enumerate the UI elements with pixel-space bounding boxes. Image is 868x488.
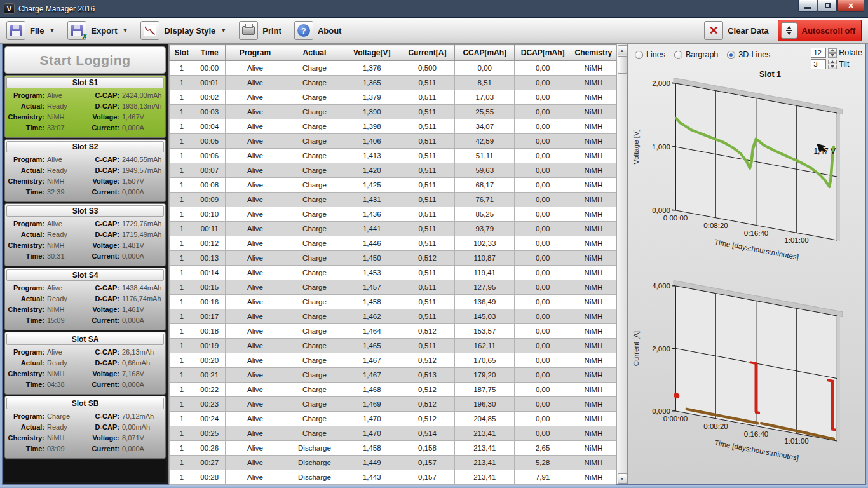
- slot-header-button[interactable]: Slot S4: [6, 269, 164, 281]
- spin-down-button[interactable]: [828, 53, 837, 58]
- chemistry-value: NiMH: [44, 240, 83, 251]
- table-cell: NiMH: [571, 353, 616, 368]
- spin-up-button[interactable]: [828, 48, 837, 53]
- export-menu-button[interactable]: ✗ Export ▼: [67, 21, 128, 40]
- table-cell: 00:21: [194, 368, 225, 383]
- maximize-button[interactable]: [818, 0, 837, 12]
- table-cell: NiMH: [571, 280, 616, 295]
- table-cell: Charge: [285, 178, 344, 193]
- voltage-label: Voltage:: [83, 433, 119, 444]
- table-row: 100:14AliveCharge1,4530,511119,410,00NiM…: [170, 266, 616, 280]
- table-cell: 1: [170, 193, 194, 207]
- print-button[interactable]: Print: [239, 21, 281, 40]
- table-row: 100:26AliveDischarge1,4580,158213,412,65…: [170, 441, 616, 456]
- table-cell: Charge: [285, 61, 344, 76]
- file-menu-button[interactable]: File ▼: [6, 21, 55, 40]
- current-spike-foot: [755, 412, 760, 412]
- slot-header-button[interactable]: Slot S3: [6, 205, 164, 217]
- scrollbar-thumb[interactable]: [618, 56, 627, 74]
- table-cell: NiMH: [571, 295, 616, 309]
- spin-down-button[interactable]: [828, 65, 837, 69]
- table-cell: 0,512: [400, 324, 454, 339]
- program-label: Program:: [6, 347, 44, 358]
- table-cell: 00:15: [194, 280, 225, 295]
- slot-header-button[interactable]: Slot S1: [6, 77, 164, 88]
- tilt-label: Tilt: [839, 60, 849, 69]
- column-header[interactable]: CCAP[mAh]: [455, 45, 515, 61]
- table-cell: Charge: [285, 163, 344, 178]
- tilt-input[interactable]: 3: [811, 59, 826, 69]
- table-cell: Charge: [285, 149, 344, 163]
- table-cell: Alive: [225, 383, 285, 397]
- chemistry-label: Chemistry:: [6, 304, 44, 315]
- table-cell: 0,00: [515, 178, 571, 193]
- column-header[interactable]: Chemistry: [571, 45, 616, 61]
- toolbar: File ▼ ✗ Export ▼ Display Style ▼ Print …: [0, 18, 868, 44]
- program-value: Alive: [44, 90, 83, 101]
- current-label: Current:: [83, 315, 119, 326]
- current-value: 0,000A: [119, 315, 162, 326]
- table-cell: NiMH: [571, 383, 616, 397]
- scroll-up-button[interactable]: ▲: [618, 45, 627, 55]
- table-cell: 00:24: [194, 412, 225, 426]
- sidebar-empty-area: [4, 460, 166, 482]
- table-row: 100:23AliveCharge1,4690,512196,300,00NiM…: [170, 397, 616, 412]
- chemistry-label: Chemistry:: [6, 240, 44, 251]
- x-tick-label: 0:16:40: [744, 430, 768, 438]
- table-cell: 153,57: [455, 324, 515, 339]
- radio-label: 3D-Lines: [738, 50, 770, 59]
- table-cell: Charge: [285, 236, 344, 251]
- ccap-value: 70,12mAh: [119, 411, 162, 422]
- table-cell: NiMH: [571, 251, 616, 266]
- column-header[interactable]: Voltage[V]: [344, 45, 400, 61]
- column-header[interactable]: Time: [194, 45, 225, 61]
- rotate-input[interactable]: 12: [811, 48, 826, 58]
- table-cell: Charge: [285, 193, 344, 207]
- table-row: 100:09AliveCharge1,4310,51176,710,00NiMH: [170, 193, 616, 207]
- table-cell: 1,406: [344, 134, 400, 149]
- table-cell: 119,41: [455, 266, 515, 280]
- chart-mode-radio[interactable]: Lines: [635, 50, 665, 59]
- file-label: File: [30, 26, 44, 36]
- table-row: 100:07AliveCharge1,4200,51159,630,00NiMH: [170, 163, 616, 178]
- table-cell: Alive: [225, 222, 285, 236]
- column-header[interactable]: Actual: [285, 45, 344, 61]
- table-cell: 196,30: [455, 397, 515, 412]
- column-header[interactable]: DCAP[mAh]: [515, 45, 571, 61]
- clear-data-button[interactable]: ✕ Clear Data: [704, 21, 768, 40]
- scroll-down-button[interactable]: ▼: [618, 473, 627, 484]
- column-header[interactable]: Current[A]: [400, 45, 454, 61]
- table-cell: 00:16: [194, 295, 225, 309]
- close-button[interactable]: ✕: [837, 0, 864, 12]
- table-cell: NiMH: [571, 207, 616, 222]
- table-cell: 00:18: [194, 324, 225, 339]
- dcap-value: 1715,49mAh: [119, 229, 162, 240]
- table-cell: 25,55: [455, 105, 515, 119]
- start-logging-button[interactable]: Start Logging: [4, 46, 166, 74]
- spin-up-button[interactable]: [828, 60, 837, 64]
- table-cell: 00:02: [194, 90, 225, 105]
- current-label: Current:: [83, 444, 119, 454]
- chart-panel: Lines Bargraph 3D-Lines: [627, 44, 865, 484]
- table-cell: 1: [170, 236, 194, 251]
- about-button[interactable]: ? About: [294, 21, 342, 40]
- autoscroll-toggle-button[interactable]: Autoscroll off: [778, 20, 862, 41]
- table-cell: 1: [170, 163, 194, 178]
- table-cell: Alive: [225, 295, 285, 309]
- chart-mode-radio[interactable]: Bargraph: [674, 50, 718, 59]
- display-style-menu-button[interactable]: Display Style ▼: [140, 21, 226, 40]
- display-style-label: Display Style: [164, 26, 215, 36]
- slot-header-button[interactable]: Slot SA: [6, 334, 164, 345]
- slot-header-button[interactable]: Slot SB: [6, 398, 164, 409]
- ccap-value: 2440,55mAh: [119, 154, 162, 165]
- chart-mode-radio[interactable]: 3D-Lines: [727, 50, 770, 59]
- table-cell: 00:10: [194, 207, 225, 222]
- slot-header-button[interactable]: Slot S2: [6, 141, 164, 152]
- table-cell: 1,398: [344, 119, 400, 134]
- column-header[interactable]: Program: [225, 45, 285, 61]
- ccap-label: C-CAP:: [83, 154, 119, 165]
- voltage-chart: 0,0001,0002,0000:00:000:08:200:16:401:01…: [628, 69, 865, 273]
- slot-panel: Slot S2 Program: Alive C-CAP: 2440,55mAh…: [4, 139, 166, 202]
- column-header[interactable]: Slot: [170, 45, 194, 61]
- minimize-button[interactable]: [798, 0, 817, 12]
